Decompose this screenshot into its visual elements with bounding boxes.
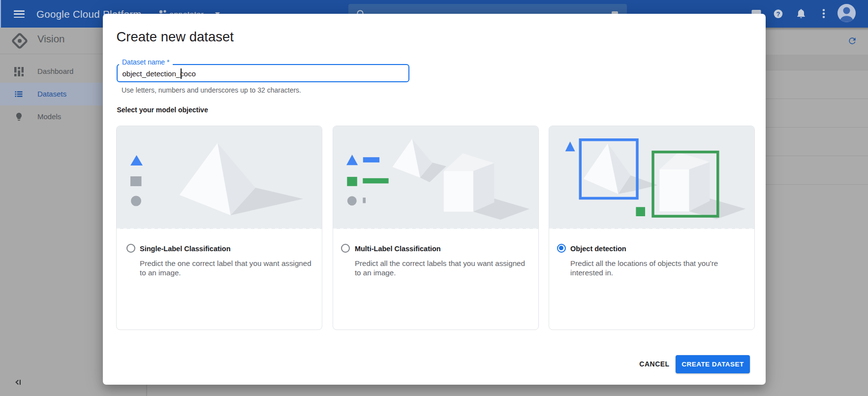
svg-text:?: ? [776, 10, 780, 18]
